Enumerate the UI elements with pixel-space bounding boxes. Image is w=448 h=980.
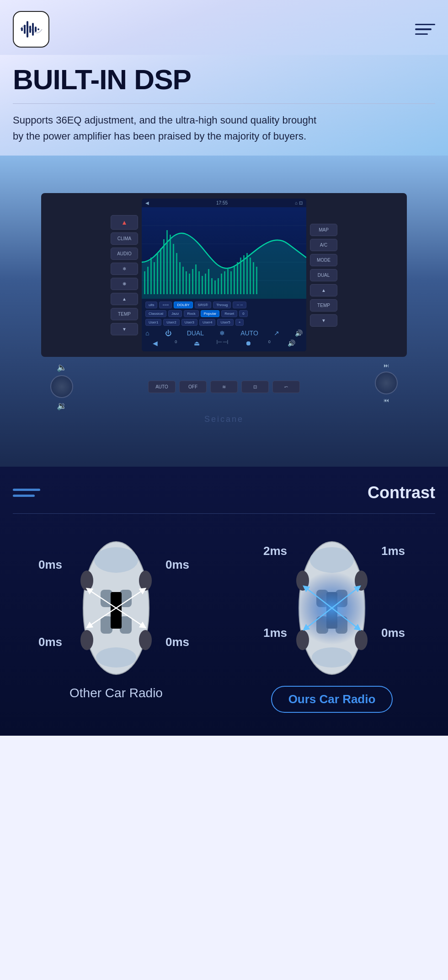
temp-down-left[interactable]: ▼: [111, 323, 138, 335]
temp-down-right[interactable]: ▼: [310, 314, 337, 327]
svg-rect-11: [144, 271, 145, 294]
hero-divider: [13, 103, 435, 104]
back-arrow[interactable]: ◀: [145, 200, 149, 205]
other-car-svg: [66, 530, 166, 686]
defrost-btn[interactable]: ≋: [210, 381, 238, 393]
left-controls: ▲ CLIMA AUDIO ❄ ❋ ▲ TEMP ▼: [111, 199, 138, 351]
arrow-nav[interactable]: ↗: [274, 329, 279, 337]
clima-btn[interactable]: CLIMA: [111, 232, 138, 245]
user-row: User1 User2 User3 User4 User5 +: [145, 319, 303, 326]
chip-val: 0: [239, 310, 247, 317]
contrast-line-icon: [13, 489, 40, 497]
svg-rect-33: [214, 280, 216, 294]
brand-watermark: Seicane: [41, 415, 407, 424]
ours-car-view: 2ms 1ms 1ms 0ms: [272, 530, 391, 677]
right-knob[interactable]: [375, 372, 398, 394]
auto-mode-nav[interactable]: AUTO: [240, 329, 258, 337]
chip-ults[interactable]: ults: [145, 302, 157, 308]
eq-display: [142, 207, 306, 299]
chip-user1[interactable]: User1: [145, 319, 161, 326]
left-knob-area: 🔈 🔉: [50, 362, 73, 411]
svg-rect-6: [37, 28, 39, 30]
ours-car-button[interactable]: Ours Car Radio: [271, 686, 393, 713]
svg-point-61: [312, 647, 352, 668]
mode-btn[interactable]: MODE: [310, 254, 337, 266]
logo: [13, 11, 49, 48]
vol-down-left[interactable]: 🔈: [57, 362, 67, 372]
ac-btn[interactable]: ❋: [111, 278, 138, 290]
bottom-nav: ⌂ ⏻ DUAL ❄ AUTO ↗ 🔊: [145, 328, 303, 339]
svg-rect-37: [227, 269, 229, 294]
chip-rock[interactable]: Rock: [184, 310, 198, 317]
waveform-icon: [19, 17, 43, 41]
chip-user4[interactable]: User4: [199, 319, 215, 326]
svg-rect-38: [230, 271, 232, 294]
other-car-view: 0ms 0ms 0ms 0ms: [57, 530, 176, 677]
svg-rect-25: [189, 274, 190, 294]
svg-rect-39: [234, 267, 235, 294]
ours-delay-bottom-right: 0ms: [381, 626, 405, 640]
mode-buttons: AUTO OFF ≋ ⊡ ⤺: [78, 362, 370, 411]
ours-car-label-row[interactable]: Ours Car Radio: [271, 686, 393, 713]
off-btn[interactable]: OFF: [179, 381, 207, 393]
svg-rect-16: [160, 248, 161, 294]
temp-up-right[interactable]: ▲: [310, 284, 337, 296]
chip-srs[interactable]: SRS®: [195, 302, 211, 308]
contrast-line-1: [13, 489, 40, 491]
chip-arrows[interactable]: ↔↔: [233, 302, 246, 308]
temp-label-left: TEMP: [111, 308, 138, 320]
svg-rect-36: [224, 271, 225, 294]
map-btn[interactable]: MAP: [310, 224, 337, 236]
chip-through[interactable]: Throug: [213, 302, 231, 308]
auto-bottom-btn[interactable]: AUTO: [148, 381, 176, 393]
svg-rect-34: [218, 278, 219, 294]
cars-comparison: 0ms 0ms 0ms 0ms: [13, 530, 435, 713]
ac-right-btn[interactable]: A/C: [310, 239, 337, 251]
right-knob-area: ⏭ ⏮: [375, 362, 398, 411]
center-screen: ◀ 17:55 ⌂ ⊡: [142, 199, 306, 351]
svg-point-48: [94, 547, 138, 573]
left-knob[interactable]: [50, 375, 73, 398]
style-row: Classical Jazz Rock Popular Reset 0: [145, 310, 303, 317]
recirculate-btn[interactable]: ⤺: [272, 381, 300, 393]
svg-rect-24: [186, 271, 187, 294]
contrast-title: Contrast: [368, 483, 435, 502]
chip-plus[interactable]: +: [235, 319, 244, 326]
vol-nav[interactable]: 🔊: [295, 329, 303, 337]
chip-jazz[interactable]: Jazz: [168, 310, 182, 317]
fan-btn[interactable]: ❄: [111, 263, 138, 275]
dual-btn[interactable]: DUAL: [310, 269, 337, 281]
chip-user2[interactable]: User2: [163, 319, 179, 326]
home-nav[interactable]: ⌂: [145, 329, 149, 337]
chip-popular[interactable]: Popular: [201, 310, 220, 317]
bottom-controls-row: 🔈 🔉 AUTO OFF ≋ ⊡ ⤺ ⏭ ⏮: [41, 362, 407, 411]
svg-rect-2: [27, 21, 28, 38]
chip-user5[interactable]: User5: [217, 319, 233, 326]
ours-delay-bottom-left: 1ms: [263, 626, 287, 640]
temp-up-left[interactable]: ▲: [111, 293, 138, 305]
vol-up-left[interactable]: 🔉: [57, 401, 67, 411]
chip-dolby[interactable]: DOLBY: [174, 302, 192, 308]
svg-rect-35: [221, 274, 222, 294]
chip-classical[interactable]: Classical: [145, 310, 166, 317]
svg-rect-22: [179, 262, 181, 294]
skip-right[interactable]: ⏭: [384, 362, 389, 369]
svg-point-57: [80, 630, 93, 650]
svg-rect-12: [147, 267, 149, 294]
chip-reset[interactable]: Reset: [221, 310, 237, 317]
contrast-divider: [13, 513, 435, 514]
panel-btn[interactable]: ⊡: [241, 381, 269, 393]
screen-topbar: ◀ 17:55 ⌂ ⊡: [142, 199, 306, 207]
skip-left[interactable]: ⏮: [384, 397, 389, 404]
ours-delay-top-right: 1ms: [381, 544, 405, 558]
dual-nav[interactable]: DUAL: [187, 329, 204, 337]
page-title: BUILT-IN DSP: [13, 55, 435, 95]
power-nav[interactable]: ⏻: [165, 329, 171, 337]
svg-rect-18: [166, 230, 168, 294]
triangle-btn[interactable]: ▲: [111, 215, 138, 230]
audio-btn[interactable]: AUDIO: [111, 248, 138, 260]
chip-eq[interactable]: ===: [159, 302, 172, 308]
hamburger-menu[interactable]: [415, 24, 435, 35]
snow-nav[interactable]: ❄: [219, 329, 225, 337]
chip-user3[interactable]: User3: [181, 319, 197, 326]
